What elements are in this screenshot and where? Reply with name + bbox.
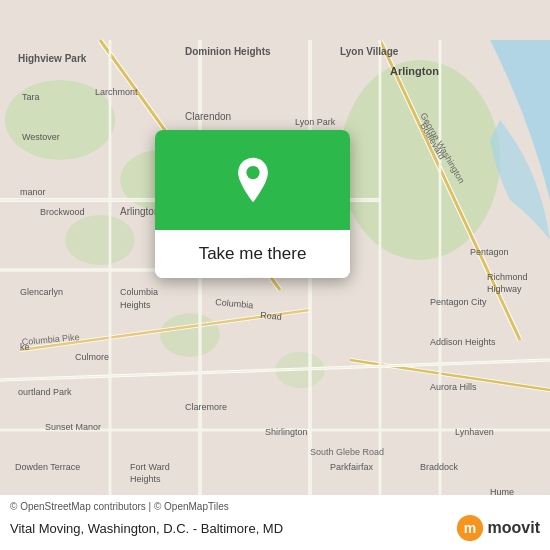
svg-text:Dowden Terrace: Dowden Terrace: [15, 462, 80, 472]
svg-text:ourtland Park: ourtland Park: [18, 387, 72, 397]
svg-text:Heights: Heights: [130, 474, 161, 484]
bottom-info-bar: © OpenStreetMap contributors | © OpenMap…: [0, 495, 550, 550]
svg-text:Brockwood: Brockwood: [40, 207, 85, 217]
svg-text:Fort Ward: Fort Ward: [130, 462, 170, 472]
svg-text:Arlington: Arlington: [390, 65, 439, 77]
location-pin-icon: [229, 156, 277, 204]
take-me-there-button[interactable]: Take me there: [155, 230, 350, 278]
svg-text:Braddock: Braddock: [420, 462, 459, 472]
svg-text:Highview Park: Highview Park: [18, 53, 87, 64]
copyright-text: © OpenStreetMap contributors | © OpenMap…: [10, 501, 540, 512]
svg-text:Lynhaven: Lynhaven: [455, 427, 494, 437]
svg-text:Richmond: Richmond: [487, 272, 528, 282]
svg-text:Pentagon City: Pentagon City: [430, 297, 487, 307]
svg-text:Lyon Park: Lyon Park: [295, 117, 336, 127]
svg-text:Parkfairfax: Parkfairfax: [330, 462, 374, 472]
popup-card: Take me there: [155, 130, 350, 278]
moovit-text: moovit: [488, 519, 540, 537]
svg-text:Heights: Heights: [120, 300, 151, 310]
svg-text:Claremore: Claremore: [185, 402, 227, 412]
svg-point-4: [65, 215, 135, 265]
location-name: Vital Moving, Washington, D.C. - Baltimo…: [10, 521, 283, 536]
svg-text:Road: Road: [260, 310, 282, 322]
svg-text:Arlington: Arlington: [120, 206, 159, 217]
moovit-logo: m moovit: [456, 514, 540, 542]
svg-text:Aurora Hills: Aurora Hills: [430, 382, 477, 392]
svg-text:Lyon Village: Lyon Village: [340, 46, 399, 57]
svg-text:Tara: Tara: [22, 92, 40, 102]
svg-point-5: [160, 313, 220, 357]
svg-text:Culmore: Culmore: [75, 352, 109, 362]
svg-text:Westover: Westover: [22, 132, 60, 142]
svg-text:Larchmont: Larchmont: [95, 87, 138, 97]
svg-text:Clarendon: Clarendon: [185, 111, 231, 122]
svg-point-76: [246, 166, 259, 179]
svg-text:Columbia: Columbia: [120, 287, 158, 297]
svg-text:Sunset Manor: Sunset Manor: [45, 422, 101, 432]
svg-text:Highway: Highway: [487, 284, 522, 294]
svg-text:ke: ke: [20, 342, 30, 352]
svg-text:South Glebe Road: South Glebe Road: [310, 447, 384, 457]
map-container: Columbia Pike South Glebe Road George Wa…: [0, 0, 550, 550]
svg-text:Addison Heights: Addison Heights: [430, 337, 496, 347]
svg-text:Glencarlyn: Glencarlyn: [20, 287, 63, 297]
svg-text:Dominion Heights: Dominion Heights: [185, 46, 271, 57]
svg-text:Pentagon: Pentagon: [470, 247, 509, 257]
svg-text:manor: manor: [20, 187, 46, 197]
svg-text:m: m: [463, 520, 475, 536]
svg-point-1: [340, 60, 500, 260]
moovit-icon: m: [456, 514, 484, 542]
popup-green-area: [155, 130, 350, 230]
svg-text:Shirlington: Shirlington: [265, 427, 308, 437]
